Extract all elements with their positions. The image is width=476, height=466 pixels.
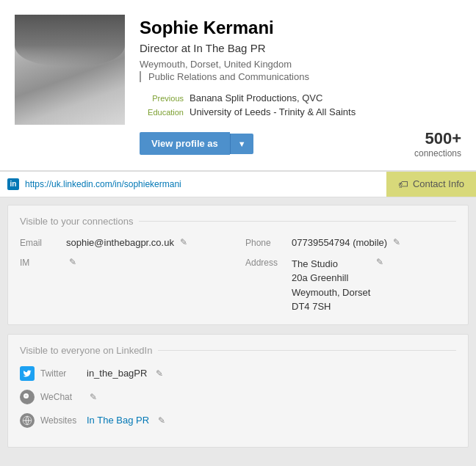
profile-location: Weymouth, Dorset, United Kingdom bbox=[140, 59, 461, 70]
contact-info-icon: 🏷 bbox=[398, 178, 408, 190]
main-content: Visible to your connections Email sophie… bbox=[0, 197, 476, 464]
connections-number: 500+ bbox=[414, 129, 461, 148]
contact-info-label: Contact Info bbox=[413, 178, 464, 189]
wechat-edit-icon[interactable]: ✎ bbox=[90, 392, 97, 402]
address-line3: Weymouth, Dorset bbox=[292, 287, 370, 298]
visible-everyone-card: Visible to everyone on LinkedIn Twitter … bbox=[7, 334, 469, 448]
email-value: sophie@inthebagpr.co.uk bbox=[66, 237, 174, 248]
view-profile-button[interactable]: View profile as bbox=[140, 132, 230, 155]
svg-point-0 bbox=[24, 393, 29, 398]
profile-actions: View profile as ▼ 500+ connections bbox=[140, 129, 461, 159]
im-edit-icon[interactable]: ✎ bbox=[69, 257, 76, 267]
twitter-row: Twitter in_the_bagPR ✎ bbox=[20, 366, 456, 381]
profile-header: Sophie Kermani Director at In The Bag PR… bbox=[0, 0, 476, 171]
twitter-label: Twitter bbox=[40, 368, 81, 379]
visible-everyone-header: Visible to everyone on LinkedIn bbox=[20, 345, 456, 356]
address-line4: DT4 7SH bbox=[292, 301, 331, 312]
contact-info-button[interactable]: 🏷 Contact Info bbox=[386, 172, 476, 197]
svg-point-2 bbox=[26, 396, 27, 396]
wechat-label: WeChat bbox=[40, 392, 81, 402]
website-icon bbox=[20, 413, 35, 428]
profile-title: Director at In The Bag PR bbox=[140, 42, 461, 54]
address-row: Address The Studio 20a Greenhill Weymout… bbox=[245, 257, 456, 314]
avatar bbox=[15, 15, 125, 125]
email-row: Email sophie@inthebagpr.co.uk ✎ bbox=[20, 237, 231, 248]
address-edit-icon[interactable]: ✎ bbox=[376, 257, 383, 267]
contact-fields-grid: Email sophie@inthebagpr.co.uk ✎ Phone 07… bbox=[20, 237, 456, 314]
email-label: Email bbox=[20, 237, 60, 248]
phone-value: 07739554794 (mobile) bbox=[292, 237, 387, 248]
connections-label: connections bbox=[414, 148, 461, 159]
linkedin-url[interactable]: https://uk.linkedin.com/in/sophiekermani bbox=[25, 179, 181, 189]
phone-edit-icon[interactable]: ✎ bbox=[393, 237, 400, 247]
im-row: IM ✎ bbox=[20, 257, 231, 314]
view-profile-dropdown-button[interactable]: ▼ bbox=[230, 134, 253, 154]
im-label: IM bbox=[20, 257, 60, 268]
phone-content: 07739554794 (mobile) ✎ bbox=[292, 237, 400, 248]
visible-everyone-label: Visible to everyone on LinkedIn bbox=[20, 345, 152, 356]
address-content: The Studio 20a Greenhill Weymouth, Dorse… bbox=[292, 257, 383, 314]
education-label: Education bbox=[140, 108, 184, 117]
education-value: University of Leeds - Trinity & All Sain… bbox=[190, 106, 356, 117]
profile-industry: Public Relations and Communications bbox=[140, 71, 461, 82]
previous-row: Previous Banana Split Productions, QVC bbox=[140, 92, 461, 103]
visible-connections-card: Visible to your connections Email sophie… bbox=[7, 205, 469, 325]
profile-photo bbox=[15, 15, 125, 125]
websites-value: In The Bag PR bbox=[87, 415, 149, 426]
address-line1: The Studio bbox=[292, 258, 338, 269]
address-label: Address bbox=[245, 257, 286, 268]
wechat-icon bbox=[20, 390, 35, 404]
phone-label: Phone bbox=[245, 237, 286, 248]
linkedin-icon: in bbox=[7, 178, 19, 190]
phone-row: Phone 07739554794 (mobile) ✎ bbox=[245, 237, 456, 248]
linkedin-bar: in https://uk.linkedin.com/in/sophiekerm… bbox=[0, 171, 476, 197]
svg-point-1 bbox=[25, 396, 26, 396]
linkedin-url-section: in https://uk.linkedin.com/in/sophiekerm… bbox=[0, 172, 386, 197]
education-row: Education University of Leeds - Trinity … bbox=[140, 106, 461, 117]
twitter-value: in_the_bagPR bbox=[87, 368, 147, 379]
previous-value: Banana Split Productions, QVC bbox=[190, 92, 322, 103]
address-line2: 20a Greenhill bbox=[292, 272, 348, 283]
twitter-edit-icon[interactable]: ✎ bbox=[156, 368, 163, 379]
websites-row: Websites In The Bag PR ✎ bbox=[20, 413, 456, 428]
visible-connections-header: Visible to your connections bbox=[20, 216, 456, 227]
im-content: ✎ bbox=[66, 257, 76, 267]
actions-left: View profile as ▼ bbox=[140, 132, 253, 155]
address-value: The Studio 20a Greenhill Weymouth, Dorse… bbox=[292, 257, 370, 314]
profile-info: Sophie Kermani Director at In The Bag PR… bbox=[140, 15, 461, 159]
websites-edit-icon[interactable]: ✎ bbox=[158, 415, 165, 426]
previous-label: Previous bbox=[140, 94, 184, 103]
websites-label: Websites bbox=[40, 415, 81, 426]
twitter-icon bbox=[20, 366, 35, 381]
email-content: sophie@inthebagpr.co.uk ✎ bbox=[66, 237, 187, 248]
profile-meta: Previous Banana Split Productions, QVC E… bbox=[140, 92, 461, 117]
wechat-row: WeChat ✎ bbox=[20, 390, 456, 404]
visible-connections-label: Visible to your connections bbox=[20, 216, 133, 227]
connections-count: 500+ connections bbox=[414, 129, 461, 159]
profile-name: Sophie Kermani bbox=[140, 18, 461, 39]
email-edit-icon[interactable]: ✎ bbox=[180, 237, 187, 247]
